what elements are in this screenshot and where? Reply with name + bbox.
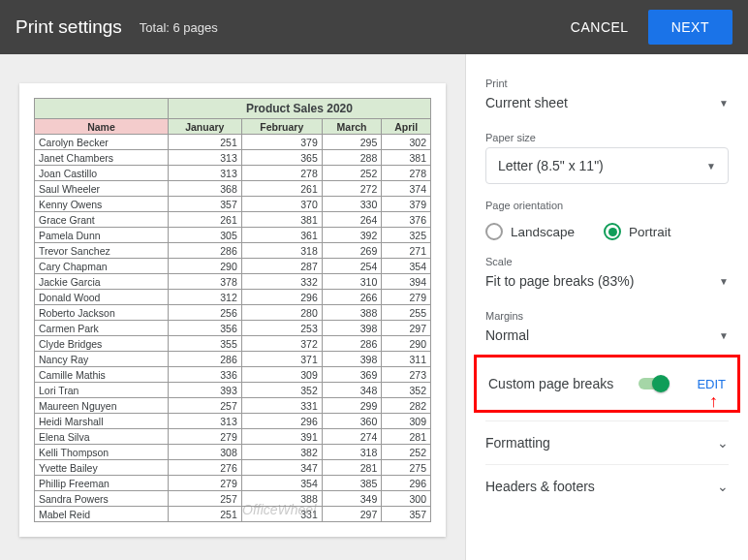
- custom-page-breaks-highlighted: Custom page breaks EDIT ↑: [474, 355, 740, 413]
- orientation-group: Landscape Portrait: [485, 215, 729, 244]
- orientation-landscape-radio[interactable]: Landscape: [485, 223, 575, 240]
- table-header-row: NameJanuaryFebruaryMarchApril: [35, 119, 431, 135]
- caret-down-icon: ▼: [719, 330, 729, 341]
- table-row: Carolyn Becker251379295302: [35, 135, 431, 150]
- scale-dropdown[interactable]: Fit to page breaks (83%) ▼: [485, 271, 729, 298]
- print-label: Print: [485, 78, 729, 89]
- table-title: Product Sales 2020: [168, 99, 430, 119]
- preview-page: Product Sales 2020 NameJanuaryFebruaryMa…: [19, 83, 446, 537]
- table-row: Roberto Jackson256280388255: [35, 305, 431, 321]
- table-row: Yvette Bailey276347281275: [35, 460, 431, 476]
- page-count: Total: 6 pages: [140, 20, 218, 35]
- table-row: Mabel Reid251331297357: [35, 507, 431, 522]
- table-row: Janet Chambers313365288381: [35, 150, 431, 166]
- table-row: Heidi Marshall313296360309: [35, 414, 431, 429]
- column-header: March: [322, 119, 381, 135]
- chevron-down-icon: ⌄: [717, 479, 729, 494]
- custom-breaks-label: Custom page breaks: [488, 376, 613, 391]
- table-row: Carmen Park356253398297: [35, 321, 431, 336]
- margins-value: Normal: [485, 327, 529, 343]
- margins-label: Margins: [485, 310, 729, 322]
- column-header: Name: [35, 119, 169, 135]
- paper-size-label: Paper size: [485, 132, 729, 143]
- headers-footers-label: Headers & footers: [485, 479, 595, 494]
- chevron-down-icon: ⌄: [717, 435, 729, 451]
- page-title: Print settings: [16, 16, 122, 38]
- table-row: Saul Wheeler368261272374: [35, 181, 431, 197]
- table-row: Jackie Garcia378332310394: [35, 274, 431, 290]
- orientation-label: Page orientation: [485, 200, 729, 211]
- print-selection-dropdown[interactable]: Current sheet ▼: [485, 93, 729, 120]
- headers-footers-section-toggle[interactable]: Headers & footers ⌄: [485, 464, 729, 508]
- caret-down-icon: ▼: [719, 98, 729, 109]
- scale-label: Scale: [485, 256, 729, 267]
- formatting-section-toggle[interactable]: Formatting ⌄: [485, 420, 729, 464]
- header-bar: Print settings Total: 6 pages CANCEL NEX…: [0, 0, 748, 54]
- caret-down-icon: ▼: [719, 276, 729, 287]
- paper-size-dropdown[interactable]: Letter (8.5" x 11") ▼: [485, 147, 729, 184]
- table-row: Kenny Owens357370330379: [35, 197, 431, 212]
- annotation-arrow-icon: ↑: [709, 391, 718, 412]
- table-row: Elena Silva279391274281: [35, 429, 431, 445]
- table-row: Kelli Thompson308382318252: [35, 445, 431, 460]
- settings-sidebar: Print Current sheet ▼ Paper size Letter …: [465, 54, 748, 560]
- print-preview-pane: Product Sales 2020 NameJanuaryFebruaryMa…: [0, 54, 465, 560]
- table-row: Sandra Powers257388349300: [35, 491, 431, 507]
- print-value: Current sheet: [485, 95, 568, 110]
- table-row: Donald Wood312296266279: [35, 290, 431, 305]
- table-row: Phillip Freeman279354385296: [35, 476, 431, 491]
- table-row: Trevor Sanchez286318269271: [35, 243, 431, 259]
- table-row: Nancy Ray286371398311: [35, 352, 431, 367]
- edit-breaks-button[interactable]: EDIT: [697, 377, 726, 391]
- radio-checked-icon: [604, 223, 621, 240]
- formatting-label: Formatting: [485, 435, 550, 451]
- custom-breaks-toggle[interactable]: [637, 375, 670, 392]
- preview-table: Product Sales 2020 NameJanuaryFebruaryMa…: [34, 98, 431, 522]
- column-header: January: [168, 119, 241, 135]
- orientation-portrait-radio[interactable]: Portrait: [604, 223, 671, 240]
- table-row: Clyde Bridges355372286290: [35, 336, 431, 352]
- scale-value: Fit to page breaks (83%): [485, 273, 634, 289]
- table-row: Grace Grant261381264376: [35, 212, 431, 228]
- caret-down-icon: ▼: [706, 161, 716, 171]
- blank-corner: [35, 99, 169, 119]
- table-row: Cary Chapman290287254354: [35, 259, 431, 274]
- margins-dropdown[interactable]: Normal ▼: [485, 326, 729, 347]
- landscape-label: Landscape: [511, 225, 575, 239]
- cancel-button[interactable]: CANCEL: [551, 12, 648, 43]
- table-row: Lori Tran393352348352: [35, 383, 431, 398]
- table-row: Joan Castillo313278252278: [35, 166, 431, 181]
- portrait-label: Portrait: [629, 225, 671, 239]
- next-button[interactable]: NEXT: [648, 10, 732, 45]
- column-header: April: [382, 119, 431, 135]
- table-row: Pamela Dunn305361392325: [35, 228, 431, 243]
- table-row: Maureen Nguyen257331299282: [35, 398, 431, 414]
- radio-unchecked-icon: [485, 223, 503, 240]
- column-header: February: [241, 119, 322, 135]
- table-row: Camille Mathis336309369273: [35, 367, 431, 383]
- paper-size-value: Letter (8.5" x 11"): [498, 158, 604, 173]
